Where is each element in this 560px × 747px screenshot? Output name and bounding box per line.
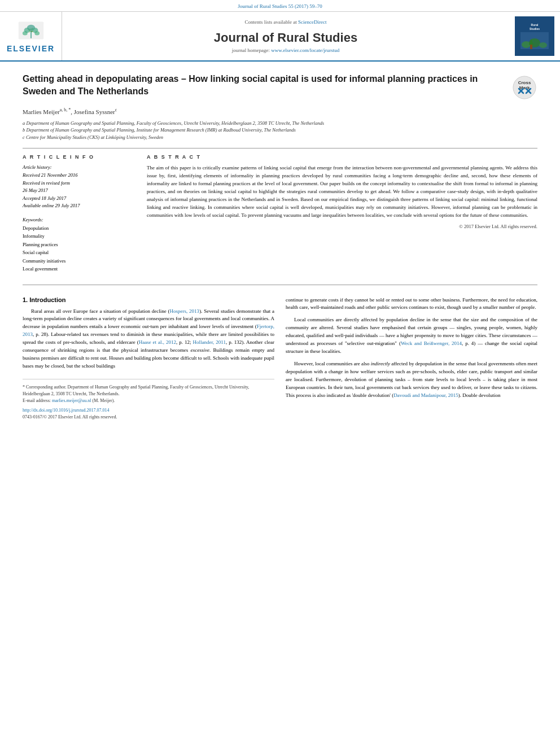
history-online: Available online 29 July 2017 (23, 202, 135, 210)
section-number: 1. (23, 296, 28, 303)
body-divider (23, 285, 537, 285)
journal-header-center: Contents lists available at ScienceDirec… (62, 12, 509, 60)
authors-line: Marlies Meijera, b, *, Josefina Syssnerc (23, 107, 537, 115)
introduction-heading: 1. Introduction (23, 296, 274, 303)
footnote-email: E-mail address: marlies.meijer@uu.nl (M.… (23, 397, 274, 404)
journal-header: 🌿 ELSEVIER Contents lists available at S… (0, 12, 560, 62)
rural-studies-badge-section: Rural Studies (509, 12, 560, 60)
keyword-1: Depopulation (23, 224, 135, 232)
ref-hollander[interactable]: Hollander, 2011 (193, 339, 226, 345)
body-right-column: continue to generate costs if they canno… (286, 296, 537, 420)
author2-sup: c (115, 107, 117, 112)
homepage-url[interactable]: www.elsevier.com/locate/jrurstud (271, 47, 339, 53)
copyright-line: © 2017 Elsevier Ltd. All rights reserved… (147, 224, 537, 229)
keyword-4: Social capital (23, 248, 135, 256)
contents-label: Contents lists available at (245, 19, 297, 25)
elsevier-logo: 🌿 ELSEVIER (7, 19, 55, 53)
contents-available-text: Contents lists available at ScienceDirec… (245, 19, 327, 25)
keyword-6: Local government (23, 265, 135, 273)
page: Journal of Rural Studies 55 (2017) 59–70… (0, 0, 560, 747)
keyword-3: Planning practices (23, 241, 135, 248)
elsevier-brand-text: ELSEVIER (7, 44, 55, 53)
right-paragraph-3: However, local communities are also indi… (286, 360, 537, 400)
svg-rect-15 (530, 45, 532, 49)
rural-studies-badge: Rural Studies (515, 16, 554, 56)
journal-ref-bar: Journal of Rural Studies 55 (2017) 59–70 (0, 0, 560, 12)
ref-hospers[interactable]: Hospers, 2013 (170, 308, 200, 314)
svg-point-6 (22, 31, 27, 35)
article-history: Article history: Received 21 November 20… (23, 164, 135, 210)
ref-weck[interactable]: Weck and Beißwenger, 2014 (401, 340, 462, 346)
email-link[interactable]: marlies.meijer@uu.nl (52, 398, 91, 403)
elsevier-tree-icon: 🌿 (14, 19, 48, 42)
body-two-col: 1. Introduction Rural areas all over Eur… (23, 296, 537, 420)
svg-text:Studies: Studies (530, 27, 540, 30)
title-divider (23, 148, 537, 148)
intro-paragraph-1: Rural areas all over Europe face a situa… (23, 308, 274, 371)
doi-line: http://dx.doi.org/10.1016/j.jrurstud.201… (23, 408, 274, 413)
keywords-section: Keywords: Depopulation Informality Plann… (23, 217, 135, 273)
doi-link[interactable]: http://dx.doi.org/10.1016/j.jrurstud.201… (23, 408, 109, 413)
right-paragraph-2: Local communities are directly affected … (286, 316, 537, 356)
abstract-column: A B S T R A C T The aim of this paper is… (147, 154, 537, 273)
svg-text:Mark: Mark (519, 85, 530, 90)
sciencedirect-link[interactable]: ScienceDirect (298, 19, 326, 25)
article-info-column: A R T I C L E I N F O Article history: R… (23, 154, 135, 273)
article-title-section: Getting ahead in depopulating areas – Ho… (23, 73, 537, 101)
history-revised-label: Received in revised form (23, 180, 135, 187)
history-received: Received 21 November 2016 (23, 172, 135, 180)
article-title: Getting ahead in depopulating areas – Ho… (23, 73, 504, 98)
author1-name: Marlies Meijer (23, 108, 60, 115)
affiliation-b: b Department of Human Geography and Spat… (23, 126, 537, 134)
elsevier-logo-section: 🌿 ELSEVIER (0, 12, 62, 60)
article-content: Getting ahead in depopulating areas – Ho… (0, 62, 560, 431)
journal-ref-text: Journal of Rural Studies 55 (2017) 59–70 (238, 3, 322, 9)
right-paragraph-1: continue to generate costs if they canno… (286, 296, 537, 312)
ref-fjertorp[interactable]: Fjertorp, 2013 (23, 324, 274, 337)
email-label: E-mail address: (23, 398, 51, 403)
abstract-heading: A B S T R A C T (147, 154, 537, 160)
ref-davoudi[interactable]: Davoudi and Madanipour, 2015 (393, 392, 458, 398)
author1-sup: a, b, * (60, 107, 71, 112)
footnote-corresponding: * Corresponding author. Department of Hu… (23, 384, 274, 397)
abstract-text: The aim of this paper is to critically e… (147, 164, 537, 220)
section-title-text: Introduction (29, 296, 65, 303)
info-abstract-columns: A R T I C L E I N F O Article history: R… (23, 154, 537, 273)
svg-text:Rural: Rural (531, 23, 539, 27)
issn-line: 0743-0167/© 2017 Elsevier Ltd. All right… (23, 414, 274, 420)
homepage-label: journal homepage: (232, 47, 270, 53)
ref-haase[interactable]: Haase et al., 2012 (139, 339, 176, 345)
history-title: Article history: (23, 164, 135, 170)
email-suffix: (M. Meijer). (93, 398, 115, 403)
article-info-heading: A R T I C L E I N F O (23, 154, 135, 160)
keywords-label: Keywords: (23, 217, 135, 222)
author2-name: , Josefina Syssner (71, 108, 115, 115)
keyword-2: Informality (23, 232, 135, 240)
crossmark-badge-icon[interactable]: Cross Mark (512, 75, 537, 101)
body-left-column: 1. Introduction Rural areas all over Eur… (23, 296, 274, 420)
keyword-5: Community initiatives (23, 257, 135, 265)
affiliations: a Department of Human Geography and Spat… (23, 120, 537, 141)
badge-inner: Rural Studies (515, 16, 554, 56)
footnote-area: * Corresponding author. Department of Hu… (23, 379, 274, 420)
svg-text:Cross: Cross (518, 80, 531, 85)
journal-title: Journal of Rural Studies (214, 30, 357, 45)
svg-point-14 (539, 42, 547, 48)
rural-studies-badge-icon: Rural Studies (518, 19, 552, 53)
affiliation-c: c Centre for Municipality Studies (CKS) … (23, 134, 537, 141)
svg-point-7 (34, 31, 40, 35)
homepage-line: journal homepage: www.elsevier.com/locat… (232, 47, 339, 53)
history-revised-date: 26 May 2017 (23, 187, 135, 195)
history-accepted: Accepted 18 July 2017 (23, 195, 135, 203)
affiliation-a: a Department of Human Geography and Spat… (23, 120, 537, 127)
